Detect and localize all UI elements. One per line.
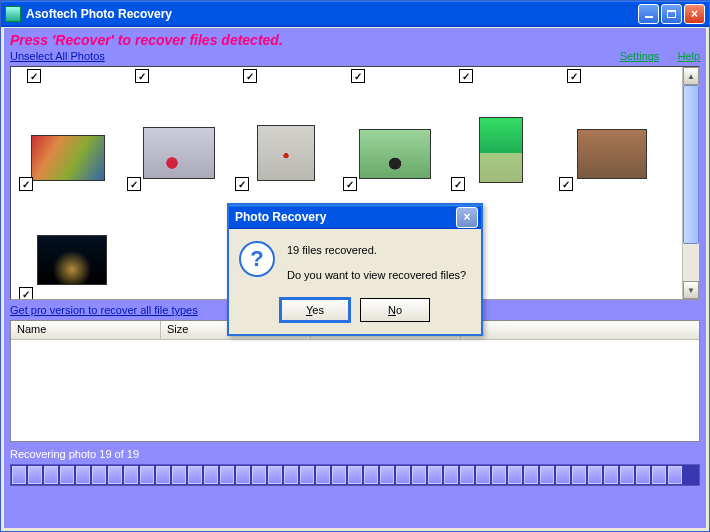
progress-segment: [172, 466, 186, 484]
close-button[interactable]: ×: [684, 4, 705, 24]
progress-segment: [604, 466, 618, 484]
top-check-row: ✓✓✓✓✓✓: [17, 69, 681, 83]
top-checkbox[interactable]: ✓: [459, 69, 473, 83]
maximize-button[interactable]: [661, 4, 682, 24]
top-checkbox[interactable]: ✓: [27, 69, 41, 83]
thumbnail-checkbox[interactable]: ✓: [235, 177, 249, 191]
progress-segment: [60, 466, 74, 484]
progress-segment: [124, 466, 138, 484]
scroll-track[interactable]: [683, 85, 699, 281]
progress-segment: [188, 466, 202, 484]
status-text: Recovering photo 19 of 19: [4, 442, 706, 462]
recovery-dialog: Photo Recovery × ? 19 files recovered. D…: [227, 203, 483, 336]
dialog-close-button[interactable]: ×: [456, 207, 478, 228]
progress-segment: [636, 466, 650, 484]
top-checkbox[interactable]: ✓: [243, 69, 257, 83]
top-checkbox[interactable]: ✓: [135, 69, 149, 83]
progress-segment: [44, 466, 58, 484]
main-window: Asoftech Photo Recovery × Press 'Recover…: [0, 0, 710, 532]
progress-segment: [668, 466, 682, 484]
progress-bar: [10, 464, 700, 486]
progress-segment: [540, 466, 554, 484]
photo-thumb-6[interactable]: ✓: [559, 85, 663, 195]
file-table-body: [11, 340, 699, 440]
progress-segment: [156, 466, 170, 484]
progress-segment: [300, 466, 314, 484]
progress-segment: [588, 466, 602, 484]
photo-thumb-5[interactable]: ✓: [451, 85, 555, 195]
progress-segment: [476, 466, 490, 484]
top-checkbox[interactable]: ✓: [351, 69, 365, 83]
yes-button[interactable]: Yes: [280, 298, 350, 322]
dialog-titlebar: Photo Recovery ×: [229, 205, 481, 229]
progress-segment: [428, 466, 442, 484]
thumbnail-checkbox[interactable]: ✓: [451, 177, 465, 191]
thumbnail-checkbox[interactable]: ✓: [559, 177, 573, 191]
file-table: Name Size Extension: [10, 320, 700, 442]
progress-segment: [108, 466, 122, 484]
progress-segment: [284, 466, 298, 484]
progress-segment: [348, 466, 362, 484]
app-icon: [5, 6, 21, 22]
progress-segment: [620, 466, 634, 484]
settings-link[interactable]: Settings: [620, 50, 660, 62]
progress-segment: [28, 466, 42, 484]
progress-segment: [236, 466, 250, 484]
progress-segment: [556, 466, 570, 484]
scroll-thumb[interactable]: [683, 85, 699, 244]
thumbnail-checkbox[interactable]: ✓: [19, 177, 33, 191]
progress-segment: [492, 466, 506, 484]
photo-thumb-1[interactable]: ✓: [19, 85, 123, 195]
dialog-message: 19 files recovered. Do you want to view …: [287, 241, 466, 284]
photo-thumb-3[interactable]: ✓: [235, 85, 339, 195]
progress-segment: [396, 466, 410, 484]
scroll-up-button[interactable]: ▲: [683, 67, 699, 85]
thumbnail-image[interactable]: [143, 127, 215, 179]
pro-version-link[interactable]: Get pro version to recover all file type…: [10, 304, 198, 316]
progress-segment: [252, 466, 266, 484]
top-checkbox[interactable]: ✓: [567, 69, 581, 83]
progress-segment: [220, 466, 234, 484]
dialog-title: Photo Recovery: [235, 210, 456, 224]
photo-thumb-2[interactable]: ✓: [127, 85, 231, 195]
thumbnail-image[interactable]: [31, 135, 105, 181]
progress-segment: [204, 466, 218, 484]
thumbnail-image[interactable]: [257, 125, 315, 181]
minimize-button[interactable]: [638, 4, 659, 24]
no-button[interactable]: No: [360, 298, 430, 322]
scroll-down-button[interactable]: ▼: [683, 281, 699, 299]
progress-segment: [316, 466, 330, 484]
col-blank: [461, 321, 699, 339]
thumbnail-checkbox[interactable]: ✓: [343, 177, 357, 191]
progress-segment: [652, 466, 666, 484]
progress-segment: [572, 466, 586, 484]
col-name[interactable]: Name: [11, 321, 161, 339]
help-link[interactable]: Help: [677, 50, 700, 62]
question-icon: ?: [239, 241, 275, 277]
thumbnail-checkbox[interactable]: ✓: [127, 177, 141, 191]
photo-thumb-7[interactable]: ✓: [19, 195, 123, 300]
scrollbar-vertical[interactable]: ▲ ▼: [682, 67, 699, 299]
progress-segment: [364, 466, 378, 484]
progress-segment: [12, 466, 26, 484]
thumbnail-image[interactable]: [359, 129, 431, 179]
photo-thumb-4[interactable]: ✓: [343, 85, 447, 195]
dialog-line1: 19 files recovered.: [287, 241, 466, 260]
progress-segment: [412, 466, 426, 484]
thumbnail-checkbox[interactable]: ✓: [19, 287, 33, 300]
progress-segment: [92, 466, 106, 484]
instruction-text: Press 'Recover' to recover files detecte…: [4, 28, 706, 48]
window-title: Asoftech Photo Recovery: [26, 7, 636, 21]
thumbnail-image[interactable]: [577, 129, 647, 179]
progress-segment: [380, 466, 394, 484]
progress-segment: [268, 466, 282, 484]
unselect-all-link[interactable]: Unselect All Photos: [10, 50, 105, 62]
thumbnail-image[interactable]: [479, 117, 523, 183]
progress-segment: [460, 466, 474, 484]
progress-segment: [140, 466, 154, 484]
dialog-line2: Do you want to view recovered files?: [287, 266, 466, 285]
progress-segment: [76, 466, 90, 484]
progress-segment: [444, 466, 458, 484]
thumbnail-image[interactable]: [37, 235, 107, 285]
progress-segment: [332, 466, 346, 484]
